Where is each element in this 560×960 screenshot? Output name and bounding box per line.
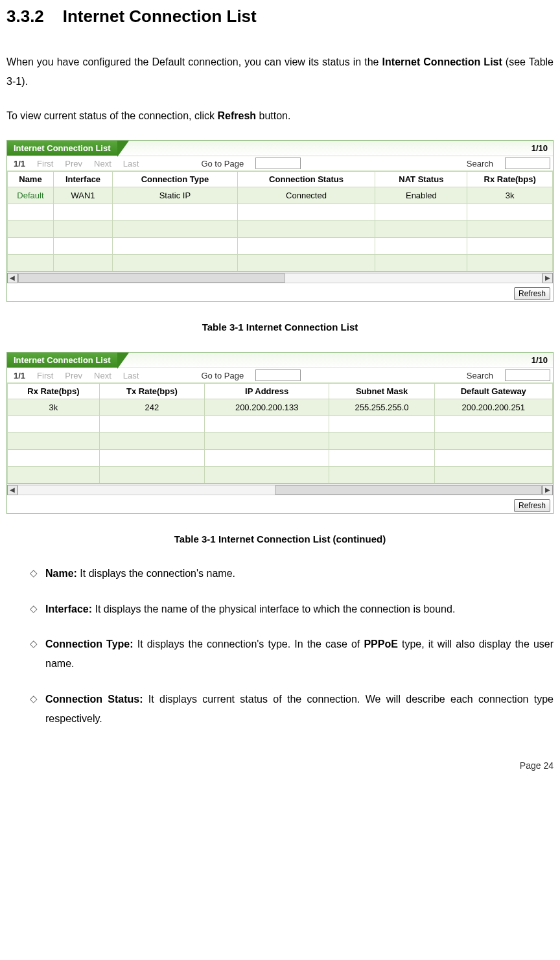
col-subnet: Subnet Mask [329, 384, 434, 399]
table-row [8, 450, 553, 467]
bullet-icon: ◇ [30, 564, 45, 583]
connection-table-2: Rx Rate(bps) Tx Rate(bps) IP Address Sub… [7, 383, 553, 484]
cell-subnet: 255.255.255.0 [329, 399, 434, 416]
horizontal-scrollbar[interactable]: ◀ ▶ [7, 272, 553, 283]
scroll-right-icon[interactable]: ▶ [542, 273, 553, 283]
pager-count: 1/1 [10, 159, 25, 169]
scroll-left-icon[interactable]: ◀ [7, 485, 18, 495]
cell-gateway: 200.200.200.251 [434, 399, 552, 416]
panel-page-indicator: 1/10 [117, 141, 554, 156]
pager-goto-input[interactable] [255, 369, 301, 381]
pager-bar: 1/1 First Prev Next Last Go to Page Sear… [7, 368, 553, 383]
figure-caption-2: Table 3-1 Internet Connection List (cont… [6, 533, 554, 544]
scroll-left-icon[interactable]: ◀ [7, 273, 18, 283]
pager-count: 1/1 [10, 371, 25, 380]
table-row [8, 221, 553, 238]
pager-prev[interactable]: Prev [65, 159, 82, 169]
pager-goto-label: Go to Page [201, 159, 244, 169]
panel-page-indicator: 1/10 [117, 353, 554, 368]
bullet-icon: ◇ [30, 600, 45, 619]
horizontal-scrollbar[interactable]: ◀ ▶ [7, 484, 553, 495]
table-row[interactable]: Default WAN1 Static IP Connected Enabled… [8, 187, 553, 204]
cell-rx-rate: 3k [8, 399, 100, 416]
pager-next[interactable]: Next [94, 159, 111, 169]
col-gateway: Default Gateway [434, 384, 552, 399]
desc-connection-status: ◇ Connection Status: It displays current… [30, 690, 554, 729]
connection-table-1: Name Interface Connection Type Connectio… [7, 171, 553, 272]
cell-conn-status: Connected [237, 187, 375, 204]
section-title-text: Internet Connection List [63, 6, 257, 26]
cell-ip: 200.200.200.133 [204, 399, 329, 416]
table-row [8, 204, 553, 221]
pager-search-input[interactable] [505, 158, 550, 169]
refresh-button[interactable]: Refresh [514, 287, 550, 300]
col-name: Name [8, 172, 54, 187]
pager-search-input[interactable] [505, 369, 550, 381]
table-row [8, 467, 553, 484]
cell-tx-rate: 242 [99, 399, 204, 416]
pager-search-label: Search [467, 159, 493, 169]
cell-nat-status: Enabled [375, 187, 467, 204]
refresh-button[interactable]: Refresh [514, 499, 550, 512]
col-interface: Interface [53, 172, 112, 187]
pager-last[interactable]: Last [123, 159, 139, 169]
scroll-right-icon[interactable]: ▶ [542, 485, 553, 495]
cell-conn-type: Static IP [113, 187, 238, 204]
field-descriptions: ◇ Name: It displays the connection's nam… [30, 564, 554, 729]
col-tx-rate: Tx Rate(bps) [99, 384, 204, 399]
table-row [8, 416, 553, 433]
bullet-icon: ◇ [30, 690, 45, 729]
pager-goto-input[interactable] [255, 158, 301, 169]
table-row [8, 238, 553, 255]
intro-paragraph-2: To view current status of the connection… [6, 106, 554, 126]
bullet-icon: ◇ [30, 635, 45, 674]
connection-list-panel-2: Internet Connection List 1/10 1/1 First … [6, 352, 554, 514]
table-row[interactable]: 3k 242 200.200.200.133 255.255.255.0 200… [8, 399, 553, 416]
section-heading: 3.3.2 Internet Connection List [6, 6, 554, 27]
col-rx-rate: Rx Rate(bps) [8, 384, 100, 399]
col-rx-rate: Rx Rate(bps) [467, 172, 553, 187]
col-conn-status: Connection Status [237, 172, 375, 187]
table-row [8, 255, 553, 272]
desc-name: ◇ Name: It displays the connection's nam… [30, 564, 554, 583]
table-row [8, 433, 553, 450]
pager-goto-label: Go to Page [201, 371, 244, 380]
pager-prev[interactable]: Prev [65, 371, 82, 380]
col-ip: IP Address [204, 384, 329, 399]
cell-rx-rate: 3k [467, 187, 553, 204]
connection-list-panel-1: Internet Connection List 1/10 1/1 First … [6, 140, 554, 302]
cell-interface: WAN1 [53, 187, 112, 204]
intro-paragraph-1: When you have configured the Default con… [6, 53, 554, 92]
pager-search-label: Search [467, 371, 493, 380]
desc-connection-type: ◇ Connection Type: It displays the conne… [30, 635, 554, 674]
panel-title-tab: Internet Connection List [7, 141, 117, 156]
pager-bar: 1/1 First Prev Next Last Go to Page Sear… [7, 156, 553, 171]
scroll-thumb[interactable] [18, 274, 285, 283]
col-conn-type: Connection Type [113, 172, 238, 187]
figure-caption-1: Table 3-1 Internet Connection List [6, 322, 554, 333]
pager-first[interactable]: First [37, 371, 53, 380]
pager-last[interactable]: Last [123, 371, 139, 380]
section-number: 3.3.2 [6, 6, 44, 26]
desc-interface: ◇ Interface: It displays the name of the… [30, 600, 554, 619]
cell-name[interactable]: Default [8, 187, 54, 204]
scroll-thumb[interactable] [275, 486, 542, 495]
pager-next[interactable]: Next [94, 371, 111, 380]
page-number: Page 24 [6, 760, 554, 771]
pager-first[interactable]: First [37, 159, 53, 169]
col-nat-status: NAT Status [375, 172, 467, 187]
panel-title-tab: Internet Connection List [7, 353, 117, 368]
